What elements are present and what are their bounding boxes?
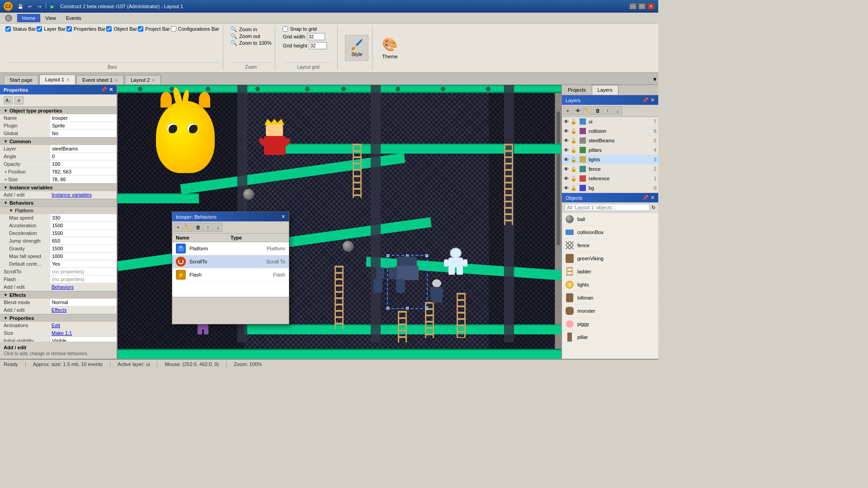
behaviors-section[interactable]: ▼ Behaviors bbox=[0, 199, 117, 206]
layer-reference[interactable]: 👁 🔓 reference 1 bbox=[562, 174, 658, 183]
instance-vars-section[interactable]: ▼ Instance variables bbox=[0, 183, 117, 191]
behaviors-move-up-btn[interactable]: ↑ bbox=[203, 223, 212, 232]
prop-animations-link[interactable]: Edit bbox=[50, 322, 117, 329]
layer-ui[interactable]: 👁 🔓 ui 7 bbox=[562, 117, 658, 127]
layer-vis-icon[interactable]: 👁 bbox=[564, 185, 569, 191]
grid-width-input[interactable] bbox=[307, 33, 325, 40]
sort-az-btn[interactable]: A↓ bbox=[4, 96, 13, 104]
prop-max-speed-value[interactable]: 330 bbox=[50, 214, 117, 221]
tab-event-sheet-1-close[interactable]: ✕ bbox=[114, 78, 118, 83]
prop-deceleration-value[interactable]: 1500 bbox=[50, 230, 117, 237]
prop-size-prop-link[interactable]: Make 1:1 bbox=[50, 329, 117, 337]
zoom-in-btn[interactable]: 🔍 Zoom in bbox=[231, 26, 257, 33]
object-lofiman[interactable]: lofiman bbox=[562, 291, 658, 305]
zoom-out-btn[interactable]: 🔍 Zoom out bbox=[231, 33, 260, 39]
object-ball[interactable]: ball bbox=[562, 213, 658, 226]
layers-close-icon[interactable]: ✕ bbox=[651, 97, 655, 103]
object-ladder[interactable]: ladder bbox=[562, 265, 658, 278]
layer-lock-icon[interactable]: 🔓 bbox=[571, 147, 577, 153]
prop-acceleration-value[interactable]: 1500 bbox=[50, 222, 117, 229]
grid-height-input[interactable] bbox=[309, 42, 327, 49]
prop-max-fall-speed-value[interactable]: 1000 bbox=[50, 253, 117, 260]
objects-close-icon[interactable]: ✕ bbox=[651, 195, 655, 201]
tab-event-sheet-1[interactable]: Event sheet 1 ✕ bbox=[76, 75, 124, 84]
behaviors-edit-btn[interactable]: ✏️ bbox=[184, 223, 193, 232]
layer-vis-icon[interactable]: 👁 bbox=[564, 147, 569, 153]
behaviors-move-down-btn[interactable]: ↓ bbox=[213, 223, 222, 232]
minimize-btn[interactable]: ─ bbox=[629, 3, 637, 9]
behavior-scrollto-row[interactable]: ScrollTo Scroll To bbox=[172, 255, 289, 268]
object-collision-box[interactable]: collisionBox bbox=[562, 226, 658, 239]
tab-layout-1[interactable]: Layout 1 ✕ bbox=[39, 75, 75, 84]
object-pillar[interactable]: pillar bbox=[562, 331, 658, 344]
behavior-platform-row[interactable]: Platform Platform bbox=[172, 242, 289, 255]
status-bar-toggle[interactable]: Status Bar bbox=[5, 26, 36, 32]
properties-bar-toggle[interactable]: Properties Bar bbox=[66, 26, 105, 32]
layer-lock-icon[interactable]: 🔓 bbox=[571, 176, 577, 182]
tab-start-page[interactable]: Start page bbox=[4, 75, 38, 84]
layer-lock-icon[interactable]: 🔓 bbox=[571, 138, 577, 144]
effects-section[interactable]: ▼ Effects bbox=[0, 291, 117, 299]
layer-vis-icon[interactable]: 👁 bbox=[564, 119, 569, 124]
prop-position-value[interactable]: 782, 563 bbox=[50, 168, 117, 175]
canvas-area[interactable]: trooper: Behaviors ✕ + ✏️ 🗑 ↑ ↓ Name Typ… bbox=[118, 85, 561, 359]
object-greenviking[interactable]: greenViking bbox=[562, 252, 658, 265]
prop-gravity-value[interactable]: 1500 bbox=[50, 245, 117, 252]
layers-eye-btn[interactable]: 👁 bbox=[573, 106, 582, 115]
layer-steelbeams[interactable]: 👁 🔓 steelBeams 5 bbox=[562, 136, 658, 145]
prop-effects-link[interactable]: Effects bbox=[50, 306, 117, 314]
behaviors-close-icon[interactable]: ✕ bbox=[281, 214, 285, 220]
object-fence[interactable]: fence bbox=[562, 239, 658, 252]
layer-lock-icon[interactable]: 🔓 bbox=[571, 119, 577, 125]
behaviors-delete-btn[interactable]: 🗑 bbox=[193, 223, 203, 232]
menu-file[interactable]: C bbox=[2, 13, 17, 23]
properties-pin-icon[interactable]: 📌 bbox=[101, 87, 107, 93]
sort-category-btn[interactable]: ≡ bbox=[14, 96, 24, 104]
layers-up-btn[interactable]: ↑ bbox=[603, 106, 612, 115]
objects-pin-icon[interactable]: 📌 bbox=[642, 195, 649, 201]
platform-subsection[interactable]: ▼ Platform bbox=[0, 206, 117, 214]
tab-layout-2[interactable]: Layout 2 ✕ bbox=[125, 75, 161, 84]
tab-layers[interactable]: Layers bbox=[592, 85, 618, 95]
menu-events[interactable]: Events bbox=[61, 14, 86, 22]
run-icon[interactable]: ▶ bbox=[48, 2, 57, 10]
menu-view[interactable]: View bbox=[40, 14, 61, 22]
zoom-100-btn[interactable]: 🔍 Zoom to 100% bbox=[231, 40, 272, 46]
tab-layout-2-close[interactable]: ✕ bbox=[151, 78, 155, 83]
layer-collision[interactable]: 👁 🔓 collision 6 bbox=[562, 127, 658, 136]
object-bar-toggle[interactable]: Object Bar bbox=[106, 26, 137, 32]
layer-bar-toggle[interactable]: Layer Bar bbox=[37, 26, 66, 32]
behaviors-add-btn[interactable]: + bbox=[174, 223, 183, 232]
prop-default-controls-value[interactable]: Yes bbox=[50, 260, 117, 267]
prop-blend-mode-value[interactable]: Normal bbox=[50, 299, 117, 306]
close-btn[interactable]: ✕ bbox=[647, 3, 655, 9]
layer-lock-icon[interactable]: 🔓 bbox=[571, 128, 577, 134]
prop-name-value[interactable]: trooper bbox=[50, 114, 117, 122]
layer-fence[interactable]: 👁 🔓 fence 2 bbox=[562, 164, 658, 174]
layer-vis-icon[interactable]: 👁 bbox=[564, 176, 569, 181]
layer-vis-icon[interactable]: 👁 bbox=[564, 166, 569, 172]
layer-vis-icon[interactable]: 👁 bbox=[564, 128, 569, 134]
tab-more-btn[interactable]: ▾ bbox=[651, 74, 658, 84]
common-section[interactable]: ▼ Common bbox=[0, 137, 117, 145]
layers-down-btn[interactable]: ↓ bbox=[613, 106, 622, 115]
save-icon[interactable]: 💾 bbox=[16, 2, 24, 10]
properties-close-icon[interactable]: ✕ bbox=[109, 87, 113, 93]
prop-angle-value[interactable]: 0 bbox=[50, 153, 117, 160]
layer-vis-icon[interactable]: 👁 bbox=[564, 138, 569, 143]
style-button[interactable]: 🖌️ Style bbox=[345, 35, 368, 61]
layer-bg[interactable]: 👁 🔓 bg 0 bbox=[562, 183, 658, 193]
snap-to-grid-toggle[interactable]: Snap to grid bbox=[283, 26, 316, 32]
configurations-bar-toggle[interactable]: Configurations Bar bbox=[171, 26, 219, 32]
layers-delete-btn[interactable]: 🗑 bbox=[593, 106, 602, 115]
layer-lights[interactable]: 👁 🔓 lights 3 bbox=[562, 155, 658, 164]
layers-edit-btn[interactable]: ✏️ bbox=[583, 106, 592, 115]
prop-layer-value[interactable]: steelBeams bbox=[50, 145, 117, 152]
prop-global-value[interactable]: No bbox=[50, 130, 117, 137]
layer-lock-icon[interactable]: 🔓 bbox=[571, 157, 577, 163]
behavior-flash-row[interactable]: ⚡ Flash Flash bbox=[172, 268, 289, 282]
object-lights[interactable]: lights bbox=[562, 278, 658, 291]
object-piggy[interactable]: piggy bbox=[562, 318, 658, 331]
prop-opacity-value[interactable]: 100 bbox=[50, 160, 117, 168]
objects-filter-input[interactable] bbox=[565, 204, 650, 211]
